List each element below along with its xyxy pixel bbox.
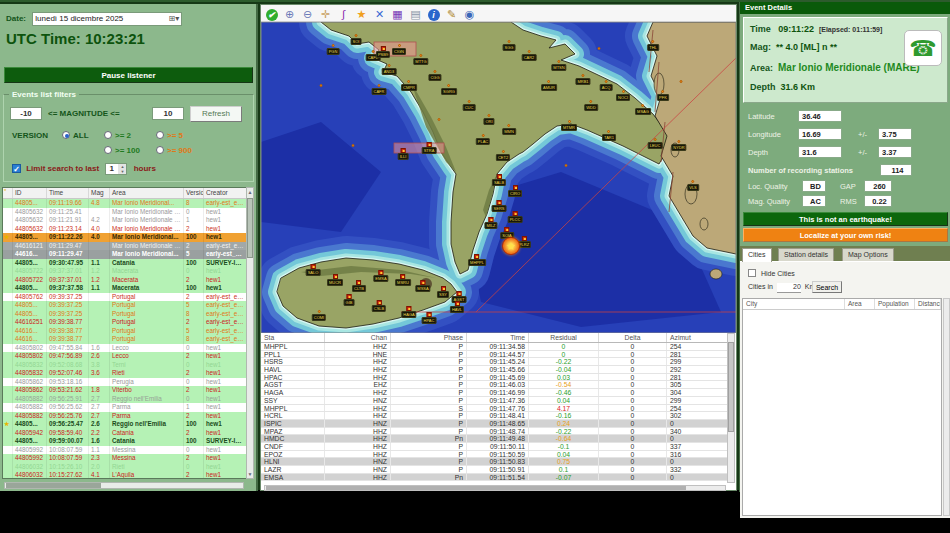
station-row[interactable]: MHPPLHHZS09:11:47.764.170254 xyxy=(261,405,728,413)
measure-icon[interactable]: ✎ xyxy=(444,6,459,20)
station-row[interactable]: MPAZHHZP09:11:48.74-0.220340 xyxy=(261,428,728,436)
italy-region-icon[interactable]: ∫ xyxy=(336,6,351,20)
star-icon[interactable]: ★ xyxy=(354,6,369,20)
event-row[interactable]: 4480588209:56:25.622.7Parma1hew1 xyxy=(3,403,247,412)
station-row[interactable]: EMSAHHZPn09:11:51.54-0.0700 xyxy=(261,474,728,482)
hide-cities-checkbox[interactable] xyxy=(748,269,756,277)
event-row[interactable]: 4480586209:53:18.16Perugia0hew1 xyxy=(3,378,247,387)
stations-horizontal-scrollbar[interactable] xyxy=(264,485,726,491)
event-row[interactable]: 44616...09:39:38.77Portugal8early-est_ee… xyxy=(3,335,247,344)
spinner-arrows-icon[interactable]: ▲▼ xyxy=(118,164,126,174)
zoom-in-icon[interactable]: ⊕ xyxy=(282,6,297,20)
refresh-button[interactable]: Refresh xyxy=(190,106,242,122)
scrollbar-thumb[interactable] xyxy=(247,198,253,258)
events-vertical-scrollbar[interactable]: ▲ ▼ xyxy=(246,187,254,479)
station-row[interactable]: EPOZHHZP09:11:50.590.040316 xyxy=(261,451,728,459)
event-row[interactable]: 4480583209:52:07.463.6Rieti2hew1 xyxy=(3,369,247,378)
zoom-out-icon[interactable]: ⊖ xyxy=(300,6,315,20)
event-row[interactable]: 4480586209:53:21.621.8Viterbo2hew1 xyxy=(3,386,247,395)
event-row[interactable]: 44616...09:39:38.77Portugal5early-est_ee… xyxy=(3,327,247,336)
limit-search-checkbox[interactable]: ✓ xyxy=(12,164,21,173)
print-icon[interactable]: ▤ xyxy=(408,6,423,20)
station-row[interactable]: HPACHHZP09:11:45.690.030281 xyxy=(261,374,728,382)
station-row[interactable]: HCRLHHZP09:11:48.41-0.160302 xyxy=(261,412,728,420)
image-icon[interactable]: ▦ xyxy=(390,6,405,20)
events-horizontal-scrollbar[interactable] xyxy=(4,482,244,489)
magnitude-max-input[interactable]: 10 xyxy=(152,107,184,120)
station-row[interactable]: LAZRHNZP09:11:50.910.10332 xyxy=(261,466,728,474)
version-radio-5[interactable]: >= 5 xyxy=(156,131,183,140)
event-row[interactable]: 4480603210:15:26.102.0Rieti0hew1 xyxy=(3,463,247,472)
station-row[interactable]: PPL1HNEP09:11:44.5700281 xyxy=(261,351,728,359)
confirm-icon[interactable]: ✔ xyxy=(264,6,279,20)
event-row[interactable]: 44805...09:37:37.581.1Macerata100hew1 xyxy=(3,284,247,293)
event-row[interactable]: 4480603210:15:27.624.1L'Aquila2hew1 xyxy=(3,471,247,479)
event-row[interactable]: 44805...09:30:47.951.1Catania100SURVEY-I… xyxy=(3,259,247,268)
station-row[interactable]: HMDCHHZPn09:11:49.48-0.6400 xyxy=(261,435,728,443)
event-row[interactable]: 4480563209:11:25.41Mar Ionio Meridionale… xyxy=(3,208,247,217)
event-row[interactable]: 44616...09:11:29.47Mar Ionio Meridional.… xyxy=(3,250,247,259)
version-radio-all[interactable]: ALL xyxy=(62,131,89,140)
event-row[interactable]: 44805...09:39:37.25Portugal5early-est_ee… xyxy=(3,301,247,310)
longitude-error-value[interactable]: 3.75 xyxy=(878,128,912,140)
pause-listener-button[interactable]: Pause listener xyxy=(4,67,253,83)
cities-km-input[interactable]: 20 xyxy=(777,283,801,293)
scroll-up-icon[interactable]: ▲ xyxy=(247,188,253,196)
call-phone-icon[interactable]: ☎ xyxy=(904,30,942,66)
station-row[interactable]: AGSTEHZP09:11:46.03-0.540305 xyxy=(261,381,728,389)
event-row[interactable]: 4480599210:08:07.592.3Messina2hew1 xyxy=(3,454,247,463)
not-earthquake-button[interactable]: This is not an earthquake! xyxy=(743,212,948,226)
event-row[interactable]: 4480580209:47:56.892.6Lecco2hew1 xyxy=(3,352,247,361)
calendar-icon[interactable]: ⊞▾ xyxy=(169,14,180,23)
event-row[interactable]: 44805...09:11:19.664.8Mar Ionio Meridion… xyxy=(3,199,247,208)
magnitude-min-input[interactable]: -10 xyxy=(10,107,42,120)
event-row[interactable]: 4480563209:11:23.144.0Mar Ionio Meridion… xyxy=(3,225,247,234)
map-view[interactable]: SOIPGNCAFECIGNMTTGAND3CGGCMPRCAFRSGRGPSB… xyxy=(261,22,736,333)
event-row[interactable]: 4480599210:08:07.591.1Messina0hew1 xyxy=(3,446,247,455)
event-row[interactable]: 4461625109:39:38.77Portugal2early-est_ee… xyxy=(3,318,247,327)
version-radio-900[interactable]: >= 900 xyxy=(156,146,192,155)
pan-icon[interactable]: ✛ xyxy=(318,6,333,20)
event-row[interactable]: 4480572209:37:37.011.2Macerata2hew1 xyxy=(3,276,247,285)
station-row[interactable]: SSYHNZP09:11:47.360.040299 xyxy=(261,397,728,405)
event-row[interactable]: 4480572209:37:37.011.2Macerata0hew1 xyxy=(3,267,247,276)
depth-value[interactable]: 31.6 xyxy=(798,146,842,158)
station-row[interactable]: CNDFHHZP09:11:50.11-0.10337 xyxy=(261,443,728,451)
tab-station-details[interactable]: Station details xyxy=(778,248,834,261)
date-picker[interactable]: lunedì 15 dicembre 2025 ⊞▾ xyxy=(32,12,182,26)
event-row[interactable]: 4480588209:56:25.762.7Parma2hew1 xyxy=(3,412,247,421)
station-row[interactable]: HSRSHHZP09:11:45.24-0.220299 xyxy=(261,358,728,366)
tab-map-options[interactable]: Map Options xyxy=(842,248,894,261)
cities-search-button[interactable]: Search xyxy=(812,281,842,293)
station-row[interactable]: MHPPLHHZP09:11:34.5800254 xyxy=(261,343,728,351)
scrollbar-thumb[interactable] xyxy=(728,342,734,432)
event-row[interactable]: 4480563209:11:21.914.2Mar Ionio Meridion… xyxy=(3,216,247,225)
version-radio-2[interactable]: >= 2 xyxy=(104,131,131,140)
event-row[interactable]: 4480580209:47:55.841.6Lecco0hew1 xyxy=(3,344,247,353)
scrollbar-thumb[interactable] xyxy=(6,483,101,488)
stations-vertical-scrollbar[interactable] xyxy=(727,333,735,483)
localize-button[interactable]: Localize at your own risk! xyxy=(743,228,948,242)
event-row[interactable]: 4480583209:52:08.683.8Terni0hew1 xyxy=(3,361,247,370)
station-row[interactable]: ISPICHNZP09:11:48.650.2400 xyxy=(261,420,728,428)
event-row[interactable]: 4480576209:39:37.25Portugal2early-est_ee… xyxy=(3,293,247,302)
event-row[interactable]: 4480594209:58:59.402.2Catania2hew1 xyxy=(3,429,247,438)
station-row[interactable]: HLNIHNZP09:11:50.830.7500 xyxy=(261,458,728,466)
station-row[interactable]: HAGAHHZP09:11:46.99-0.460304 xyxy=(261,389,728,397)
tab-cities[interactable]: Cities xyxy=(742,248,772,262)
info-icon[interactable]: i xyxy=(426,6,441,20)
event-row[interactable]: 44805...09:59:00.071.6Catania100SURVEY-I… xyxy=(3,437,247,446)
depth-error-value[interactable]: 3.37 xyxy=(878,146,912,158)
event-row[interactable]: ★44805...09:56:25.472.6Reggio nell'Emili… xyxy=(3,420,247,429)
station-row[interactable]: HAVLHHZP09:11:45.66-0.040292 xyxy=(261,366,728,374)
crosshair-icon[interactable]: ✕ xyxy=(372,6,387,20)
scroll-down-icon[interactable]: ▼ xyxy=(247,470,253,478)
event-row[interactable]: 44805...09:39:37.25Portugal8early-est_ee… xyxy=(3,310,247,319)
limit-hours-spinner[interactable]: 1▲▼ xyxy=(105,163,127,175)
longitude-value[interactable]: 16.69 xyxy=(798,128,842,140)
version-radio-100[interactable]: >= 100 xyxy=(104,146,140,155)
event-row[interactable]: 4480588209:56:25.912.7Reggio nell'Emilia… xyxy=(3,395,247,404)
scrollbar-thumb[interactable] xyxy=(266,486,686,490)
event-row[interactable]: 4461612109:11:29.47Mar Ionio Meridionale… xyxy=(3,242,247,251)
event-row[interactable]: ★44805...09:11:22.264.0Mar Ionio Meridio… xyxy=(3,233,247,242)
